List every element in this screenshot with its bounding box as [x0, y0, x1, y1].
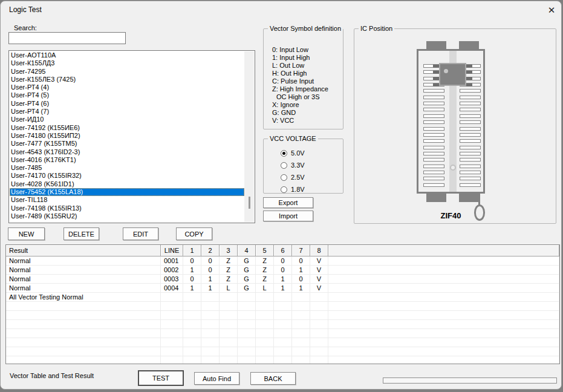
list-item[interactable]: User-К155ЛЕ3 (7425): [10, 76, 244, 83]
table-row[interactable]: [6, 302, 559, 311]
table-cell: Z: [220, 266, 238, 274]
search-input[interactable]: [8, 32, 126, 44]
table-cell: [274, 320, 292, 328]
vcc-radio-label: 1.8V: [291, 186, 305, 193]
list-item[interactable]: User-ИД10: [10, 116, 244, 123]
pin-slot: [460, 171, 481, 174]
vcc-voltage-group: VCC VOLTAGE 5.0V3.3V2.5V1.8V: [263, 139, 343, 194]
list-scrollbar[interactable]: [244, 51, 254, 222]
delete-button[interactable]: DELETE: [63, 227, 99, 240]
auto-find-button[interactable]: Auto Find: [194, 372, 239, 385]
pin1-dot-icon: [444, 69, 448, 73]
table-cell: Normal: [6, 256, 161, 265]
table-cell: [161, 302, 183, 310]
table-cell: [183, 356, 201, 364]
list-item[interactable]: User-4016 (K176KT1): [10, 156, 244, 164]
table-cell: [238, 329, 256, 338]
header-cell: 7: [292, 245, 310, 256]
radio-selected-icon[interactable]: [281, 150, 287, 157]
table-cell: [161, 338, 183, 347]
table-row[interactable]: Normal000210ZGZ01V: [6, 266, 559, 275]
back-button[interactable]: BACK: [250, 372, 296, 385]
pin-slot: [423, 146, 444, 149]
socket-tab: [426, 194, 446, 202]
table-cell: Z: [256, 275, 274, 283]
scrollbar-thumb[interactable]: [249, 197, 250, 209]
radio-icon[interactable]: [281, 162, 287, 169]
device-listbox: User-AOT110AUser-К155ЛД3User-74295User-К…: [8, 50, 255, 223]
list-item[interactable]: User-74192 (К155ИЕ6): [10, 124, 244, 132]
list-item[interactable]: User-4543 (K176ID2-3): [10, 148, 244, 156]
chip-pin: [466, 83, 472, 87]
edit-button[interactable]: EDIT: [123, 227, 158, 240]
table-cell: [274, 356, 292, 364]
export-button[interactable]: Export: [263, 197, 313, 208]
radio-icon[interactable]: [281, 186, 287, 193]
table-row[interactable]: [6, 347, 559, 356]
list-item[interactable]: User-7485: [10, 164, 244, 172]
table-row[interactable]: [6, 356, 559, 364]
table-cell: V: [310, 275, 328, 283]
result-table: ResultLINE12345678 Normal000100ZGZ00VNor…: [5, 244, 560, 364]
table-cell: [328, 293, 559, 301]
list-item[interactable]: User-7477 (K155TM5): [10, 140, 244, 148]
list-item[interactable]: User-74295: [10, 68, 244, 76]
table-cell: [220, 356, 238, 364]
pin-slot: [423, 158, 444, 162]
table-cell: 0: [292, 256, 310, 265]
list-item[interactable]: User-РТ4 (6): [10, 100, 244, 108]
vcc-radio-3.3v[interactable]: 3.3V: [281, 161, 305, 169]
list-item[interactable]: User-TIL118: [10, 196, 244, 204]
table-row[interactable]: Normal000100ZGZ00V: [6, 256, 559, 266]
new-button[interactable]: NEW: [8, 227, 45, 240]
list-item[interactable]: User-AOT110A: [10, 51, 244, 59]
table-cell: [161, 356, 183, 364]
chip-pin: [466, 65, 472, 68]
table-row[interactable]: [6, 320, 559, 329]
table-cell: [328, 284, 559, 292]
vcc-radio-label: 2.5V: [291, 174, 305, 181]
vector-symbol-line: L: Out Low: [272, 62, 328, 70]
list-item[interactable]: User-РТ4 (7): [10, 108, 244, 116]
list-item[interactable]: User-7489 (K155RU2): [10, 212, 244, 220]
table-row[interactable]: [6, 329, 559, 338]
table-row[interactable]: All Vector Testing Normal: [6, 293, 559, 302]
vcc-radio-1.8v[interactable]: 1.8V: [281, 185, 305, 194]
chip-pin: [433, 83, 439, 87]
table-cell: L: [256, 284, 274, 292]
import-button[interactable]: Import: [263, 211, 313, 221]
list-item[interactable]: User-К155ЛД3: [10, 59, 244, 67]
pin-slot: [460, 183, 481, 187]
list-item[interactable]: User-РТ4 (5): [10, 91, 244, 99]
list-item[interactable]: User-РТ4 (4): [10, 83, 244, 91]
pin-slot: [423, 114, 444, 118]
table-cell: [292, 311, 310, 319]
table-cell: [6, 302, 161, 310]
table-cell: 1: [201, 284, 220, 292]
table-cell: 1: [183, 266, 201, 274]
table-row[interactable]: [6, 338, 559, 347]
list-item[interactable]: User-4028 (K561ID1): [10, 180, 244, 188]
table-cell: 1: [201, 275, 220, 283]
table-row[interactable]: Normal000411LGL11V: [6, 284, 559, 293]
vcc-radio-2.5v[interactable]: 2.5V: [281, 173, 305, 181]
vcc-radio-5.0v[interactable]: 5.0V: [281, 149, 305, 157]
copy-button[interactable]: COPY: [176, 227, 212, 240]
list-item[interactable]: User-74170 (K155IR32): [10, 172, 244, 180]
header-cell: 4: [238, 245, 256, 256]
test-button[interactable]: TEST: [138, 371, 183, 385]
table-row[interactable]: Normal000301ZGZ10V: [6, 275, 559, 284]
radio-icon[interactable]: [281, 174, 287, 181]
close-icon[interactable]: ✕: [542, 2, 561, 18]
table-row[interactable]: [6, 311, 559, 320]
socket-screw-icon: [450, 165, 456, 171]
vcc-radio-label: 3.3V: [291, 162, 305, 169]
list-item[interactable]: User-74180 (К155ИП2): [10, 132, 244, 140]
table-cell: [6, 311, 161, 319]
vector-symbol-line: H: Out High: [272, 70, 328, 77]
table-cell: [292, 356, 310, 364]
list-item[interactable]: User-75452 (K155LA18): [10, 188, 244, 196]
pin-slot: [423, 89, 444, 93]
list-item[interactable]: User-74198 (K155IR13): [10, 204, 244, 212]
table-cell: Z: [256, 256, 274, 265]
